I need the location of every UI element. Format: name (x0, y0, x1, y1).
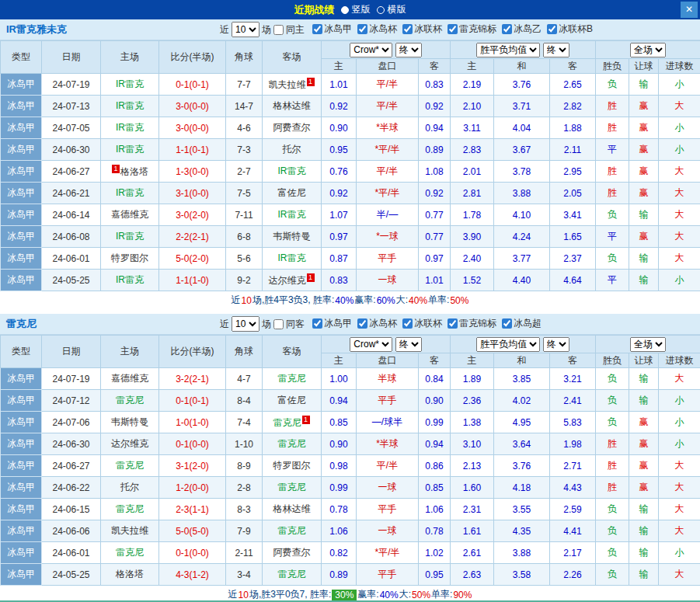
cell: 3.64 (494, 433, 550, 455)
cell: 0.94 (419, 433, 451, 455)
summary-part: 单率: (431, 588, 452, 601)
cell: IR雷克 (101, 96, 159, 117)
cell: 0.92 (322, 183, 357, 204)
scope-select[interactable]: 全场 (630, 43, 666, 57)
col-euro-away: 客 (550, 59, 596, 74)
match-count-select[interactable]: 10 (232, 22, 259, 37)
cell: 0.94 (419, 117, 451, 139)
col-euro-home: 主 (451, 59, 494, 74)
league-checkbox[interactable] (312, 24, 322, 34)
cell: 负 (596, 499, 629, 520)
cell: 7-11 (226, 204, 263, 226)
same-venue-checkbox[interactable] (273, 319, 284, 329)
summary-part: 10 (242, 295, 252, 306)
table-row: 冰岛甲24-06-271格洛塔1-3(0-0)2-7IR雷克0.76平/半1.0… (1, 161, 700, 183)
odds-state-select[interactable]: 终 (395, 43, 422, 57)
euro-state-select[interactable]: 终 (543, 337, 569, 352)
cell: 大 (659, 248, 700, 270)
summary-part: 10 (239, 590, 249, 600)
same-venue-checkbox[interactable] (273, 25, 284, 35)
summary-line: 近10场,胜3平0负7, 胜率:30% 赢率:40% 大:50% 单率:90% (0, 586, 700, 602)
league-checkbox[interactable] (502, 318, 512, 329)
league-checkbox[interactable] (312, 318, 322, 329)
league-label: 冰联杯 (414, 23, 442, 36)
cell: 1.06 (419, 499, 451, 520)
league-checkbox[interactable] (502, 24, 512, 34)
league-label: 冰岛杯 (369, 317, 397, 330)
euro-odds-select[interactable]: 胜平负均值 (476, 43, 540, 57)
odds-provider-select[interactable]: Crow* (350, 337, 392, 352)
cell: 冰岛甲 (1, 226, 42, 248)
cell: 2.83 (451, 139, 494, 161)
cell: 1.00 (322, 368, 357, 390)
close-icon[interactable]: ✕ (681, 2, 698, 18)
league-checkbox[interactable] (547, 24, 557, 34)
summary-line: 近10场,胜4平3负3, 胜率:40% 赢率:60% 大:40% 单率:50% (0, 291, 700, 309)
cell: 3.90 (451, 226, 494, 248)
league-filter: 冰岛杯 (357, 317, 397, 330)
summary-part: 单率: (428, 294, 449, 307)
cell: 赢 (629, 183, 659, 204)
cell: IR雷克 (263, 204, 322, 226)
cell: 胜 (596, 183, 629, 204)
league-filters: 冰岛甲冰岛杯冰联杯雷克锦标冰岛超 (307, 317, 542, 331)
cell: —/球半 (357, 412, 419, 433)
scope-select[interactable]: 全场 (630, 337, 666, 352)
red-card-badge: 1 (302, 416, 310, 424)
cell: 3-2(2-1) (159, 368, 226, 390)
cell: 负 (596, 412, 629, 433)
cell: 0.97 (419, 248, 451, 270)
euro-state-select[interactable]: 终 (543, 43, 569, 57)
layout-horizontal-radio[interactable]: 横版 (377, 3, 406, 16)
cell: 嘉德维克 (101, 368, 159, 390)
cell: 托尔 (101, 477, 159, 499)
cell: 0.92 (419, 96, 451, 117)
summary-part: 40% (380, 590, 399, 600)
col-euro-home: 主 (451, 353, 494, 368)
radio-unselected-icon (377, 6, 385, 14)
odds-provider-select[interactable]: Crow* (350, 43, 392, 57)
cell: 2-2(2-1) (159, 226, 226, 248)
summary-part: 50% (412, 590, 430, 600)
cell: 1.38 (451, 412, 494, 433)
cell: 2.65 (550, 74, 596, 96)
league-checkbox[interactable] (448, 318, 458, 329)
cell: 2.19 (451, 74, 494, 96)
league-checkbox[interactable] (402, 24, 413, 34)
same-venue-label: 同客 (286, 318, 305, 331)
col-euro-away: 客 (550, 353, 596, 368)
match-count-select[interactable]: 10 (232, 316, 259, 332)
league-filter: 冰岛杯 (357, 23, 397, 36)
cell: 赢 (629, 96, 659, 117)
cell: 冰岛甲 (1, 412, 42, 433)
summary-part: 赢率: (354, 294, 375, 307)
cell: 胜 (596, 117, 629, 139)
cell: 雷克尼 (263, 368, 322, 390)
summary-part: 赢率: (357, 588, 378, 601)
league-checkbox[interactable] (357, 318, 367, 329)
col-home: 主场 (101, 41, 159, 74)
cell: 冰岛甲 (1, 520, 42, 542)
cell: 输 (629, 520, 659, 542)
cell: 冰岛甲 (1, 96, 42, 117)
cell: 2.61 (451, 542, 494, 564)
league-checkbox[interactable] (357, 24, 367, 34)
league-checkbox[interactable] (448, 24, 458, 34)
summary-part: 90% (453, 590, 472, 600)
cell: 4.02 (494, 390, 550, 412)
cell: 小 (659, 270, 700, 291)
cell: 2.01 (451, 161, 494, 183)
cell: 小 (659, 542, 700, 564)
cell: 1.06 (322, 520, 357, 542)
odds-state-select[interactable]: 终 (395, 337, 422, 352)
cell: 冰岛甲 (1, 270, 42, 291)
euro-odds-select[interactable]: 胜平负均值 (476, 337, 540, 352)
cell: 平 (596, 270, 629, 291)
league-filter: 冰联杯 (402, 317, 442, 330)
cell: 14-7 (226, 96, 263, 117)
league-checkbox[interactable] (402, 318, 413, 329)
layout-vertical-radio[interactable]: 竖版 (341, 3, 371, 16)
cell: 2.40 (451, 248, 494, 270)
league-filter: 冰岛超 (502, 317, 542, 330)
radio-selected-icon (341, 6, 349, 14)
